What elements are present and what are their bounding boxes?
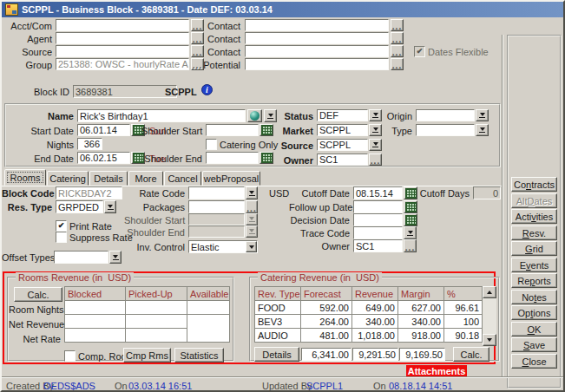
- shoulder-end-calendar-button[interactable]: [260, 152, 273, 164]
- contact3-lookup-button[interactable]: ...: [391, 45, 404, 57]
- name-lov-button[interactable]: [264, 109, 277, 122]
- potential-field[interactable]: [245, 58, 389, 70]
- property-label: SCPPL: [165, 87, 197, 98]
- catering-only-checkbox[interactable]: [206, 139, 217, 150]
- net-rate-pickedup-cell[interactable]: [126, 329, 187, 343]
- translate-button[interactable]: [247, 109, 262, 122]
- tab-rooms[interactable]: Rooms: [4, 169, 46, 186]
- acct-com-field[interactable]: [56, 19, 189, 31]
- market-field[interactable]: SCPPL: [317, 124, 368, 136]
- close-button[interactable]: Close: [511, 354, 557, 369]
- catering-calc-button[interactable]: Calc.: [453, 347, 489, 362]
- calendar-icon: [405, 215, 417, 225]
- owner-field[interactable]: SC1: [317, 154, 368, 166]
- activities-button[interactable]: Activities: [511, 209, 557, 224]
- comp-rooms-checkbox[interactable]: [64, 350, 76, 362]
- statistics-button[interactable]: Statistics: [174, 348, 224, 363]
- attachments-badge[interactable]: Attachments: [406, 365, 467, 376]
- offset-types-lov-button[interactable]: [109, 251, 122, 264]
- contracts-button[interactable]: Contracts: [511, 177, 557, 192]
- net-revenue-blocked-cell[interactable]: [65, 315, 126, 329]
- shoulder-start-calendar-button[interactable]: [260, 124, 273, 136]
- contact2-field[interactable]: [245, 32, 389, 44]
- events-button[interactable]: Events: [511, 258, 557, 272]
- contact1-lookup-button[interactable]: ...: [391, 19, 404, 31]
- shoulder-start-field[interactable]: [206, 124, 259, 136]
- trace-code-lov-button[interactable]: [404, 226, 417, 239]
- decision-date-calendar-button[interactable]: [404, 213, 417, 226]
- origin-field[interactable]: [416, 109, 475, 121]
- owner-lookup-button[interactable]: ...: [369, 154, 382, 166]
- inv-control-dropdown-button[interactable]: [246, 241, 257, 252]
- tab-catering[interactable]: Catering: [47, 171, 89, 186]
- room-nights-available-cell[interactable]: [187, 301, 230, 315]
- rt-owner-lookup-button[interactable]: ...: [404, 239, 417, 252]
- net-revenue-pickedup-cell[interactable]: [126, 315, 187, 329]
- rate-code-lov-button[interactable]: [246, 186, 258, 199]
- agent-field[interactable]: [56, 32, 189, 44]
- tab-cancel[interactable]: Cancel: [164, 171, 201, 186]
- resv-button[interactable]: Resv.: [511, 225, 557, 240]
- rt-owner-field[interactable]: SC1: [353, 239, 403, 252]
- type-field[interactable]: [416, 124, 475, 136]
- tab-more[interactable]: More: [128, 171, 163, 186]
- window-title: SCPPL - Business Block - 3689381 - Date …: [22, 4, 273, 15]
- reports-button[interactable]: Reports: [511, 273, 557, 288]
- name-field[interactable]: Rick's Birthday1: [77, 109, 246, 122]
- rev-type-cell[interactable]: AUDIO: [255, 329, 301, 343]
- options-button[interactable]: Options: [511, 305, 557, 320]
- rate-code-field[interactable]: [188, 186, 245, 199]
- packages-field[interactable]: [188, 200, 245, 213]
- room-nights-blocked-cell[interactable]: [65, 301, 126, 315]
- source2-field[interactable]: SCPPL: [317, 139, 368, 151]
- end-date-field[interactable]: 06.02.15: [77, 152, 130, 164]
- ok-button[interactable]: OK: [511, 322, 557, 336]
- contact3-field[interactable]: [245, 45, 389, 57]
- potential-label: Potential: [194, 60, 240, 71]
- shoulder-end-field[interactable]: [206, 152, 259, 164]
- res-type-field[interactable]: GRPDED: [56, 200, 103, 213]
- print-rate-checkbox[interactable]: ✔: [56, 220, 67, 232]
- origin-lov-button[interactable]: [476, 109, 489, 121]
- contact2-lookup-button[interactable]: ...: [391, 32, 404, 44]
- created-on-label: On: [115, 381, 128, 392]
- follow-up-field[interactable]: [353, 200, 403, 213]
- packages-lookup-button[interactable]: ...: [246, 200, 258, 213]
- source2-lov-button[interactable]: [369, 139, 382, 151]
- catering-details-button[interactable]: Details: [254, 347, 299, 362]
- notes-button[interactable]: Notes: [511, 290, 557, 304]
- block-code-field[interactable]: RICKBDAY2: [56, 186, 122, 199]
- contact1-field[interactable]: [245, 19, 389, 31]
- tab-webproposal[interactable]: webProposal: [202, 171, 260, 186]
- cutoff-date-calendar-button[interactable]: [404, 186, 417, 199]
- rooms-revenue-calc-button[interactable]: Calc.: [14, 287, 62, 302]
- group-field[interactable]: 251388: OWSC - hourlyRate Attribute: [56, 58, 189, 70]
- scroll-down-button[interactable]: [483, 334, 496, 346]
- potential-lookup-button[interactable]: ...: [391, 58, 404, 70]
- start-date-field[interactable]: 06.01.14: [77, 124, 130, 136]
- rev-type-cell[interactable]: BEV3: [255, 315, 301, 329]
- type-lov-button[interactable]: [476, 124, 489, 136]
- res-type-lov-button[interactable]: [104, 200, 116, 213]
- nights-field[interactable]: 366: [77, 138, 102, 150]
- info-icon[interactable]: i: [201, 84, 213, 95]
- status-field[interactable]: DEF: [317, 109, 368, 121]
- grid-button[interactable]: Grid: [511, 241, 557, 256]
- cmp-rms-button[interactable]: Cmp Rms: [123, 348, 171, 363]
- source-field[interactable]: [56, 45, 189, 57]
- save-button[interactable]: Save: [511, 337, 557, 352]
- lov-arrow-icon: [249, 191, 255, 196]
- follow-up-calendar-button[interactable]: [404, 200, 417, 213]
- tab-details[interactable]: Details: [89, 171, 128, 186]
- titlebar[interactable]: SCPPL - Business Block - 3689381 - Date …: [2, 2, 563, 17]
- suppress-rate-checkbox[interactable]: [56, 232, 67, 243]
- decision-date-field[interactable]: [353, 213, 403, 226]
- scroll-up-button[interactable]: [483, 286, 496, 298]
- trace-code-field[interactable]: [353, 226, 403, 239]
- room-nights-pickedup-cell[interactable]: [126, 301, 187, 315]
- cutoff-date-field[interactable]: 08.15.14: [353, 186, 403, 199]
- dates-flexible-checkbox[interactable]: ✔: [414, 46, 425, 57]
- rev-type-cell[interactable]: FOOD: [255, 301, 301, 315]
- offset-types-field[interactable]: [54, 251, 108, 264]
- net-rate-blocked-cell[interactable]: [65, 329, 126, 343]
